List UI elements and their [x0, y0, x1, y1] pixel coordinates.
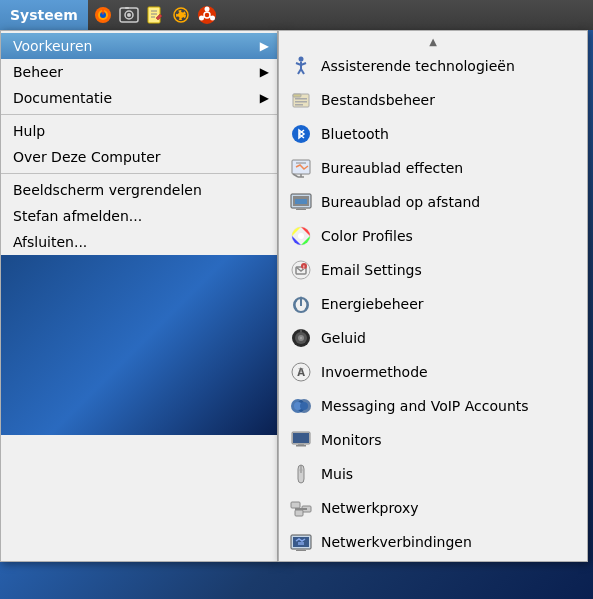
- submenu-item-bestandsbeheer[interactable]: Bestandsbeheer: [279, 83, 587, 117]
- submenu-item-energiebeheer[interactable]: Energiebeheer: [279, 287, 587, 321]
- screenshot-icon[interactable]: [118, 4, 140, 26]
- left-menu: Voorkeuren ▶ Beheer ▶ Documentatie ▶ Hul…: [0, 30, 278, 562]
- submenu-item-email-settings[interactable]: ! Email Settings: [279, 253, 587, 287]
- submenu-item-color-profiles[interactable]: Color Profiles: [279, 219, 587, 253]
- svg-rect-78: [298, 542, 304, 545]
- panel-icons: [88, 4, 218, 26]
- email-icon: !: [289, 258, 313, 282]
- svg-line-20: [210, 17, 211, 18]
- svg-point-55: [300, 337, 302, 339]
- submenu-item-bureaublad-afstand[interactable]: Bureaublad op afstand: [279, 185, 587, 219]
- desktop-effects-icon: [289, 156, 313, 180]
- svg-rect-6: [125, 7, 129, 9]
- svg-point-51: [300, 297, 303, 300]
- menu-separator-2: [1, 173, 277, 174]
- sound-icon: [289, 326, 313, 350]
- svg-line-27: [301, 69, 304, 74]
- submenu-item-bluetooth[interactable]: Bluetooth: [279, 117, 587, 151]
- submenu-item-bureaublad-effecten[interactable]: Bureaublad effecten: [279, 151, 587, 185]
- scroll-up-indicator[interactable]: ▲: [279, 33, 587, 49]
- menu-container: Voorkeuren ▶ Beheer ▶ Documentatie ▶ Hul…: [0, 30, 588, 562]
- notes-icon[interactable]: [144, 4, 166, 26]
- right-submenu: ▲ Assisterende technologieën: [278, 30, 588, 562]
- submenu-item-geluid[interactable]: Geluid: [279, 321, 587, 355]
- monitors-icon: [289, 428, 313, 452]
- svg-point-15: [204, 7, 209, 12]
- submenu-item-invoermethode[interactable]: A 文 Invoermethode: [279, 355, 587, 389]
- svg-point-33: [292, 125, 310, 143]
- svg-point-45: [298, 233, 304, 239]
- messaging-icon: [289, 394, 313, 418]
- power-icon: [289, 292, 313, 316]
- svg-point-63: [300, 402, 308, 410]
- svg-point-69: [300, 469, 303, 472]
- bluetooth-icon: [289, 122, 313, 146]
- arrow-icon: ▶: [260, 65, 269, 79]
- menu-item-over-deze-computer[interactable]: Over Deze Computer: [1, 144, 277, 170]
- menu-item-stefan-afmelden[interactable]: Stefan afmelden...: [1, 203, 277, 229]
- menu-item-documentatie[interactable]: Documentatie ▶: [1, 85, 277, 111]
- submenu-item-monitors[interactable]: Monitors: [279, 423, 587, 457]
- menu-desktop-bg: [1, 255, 277, 435]
- svg-point-22: [299, 57, 304, 62]
- files-icon: [289, 88, 313, 112]
- proxy-icon: [289, 496, 313, 520]
- svg-rect-42: [296, 209, 306, 210]
- submenu-item-netwerkproxy[interactable]: Netwerkproxy: [279, 491, 587, 525]
- svg-rect-77: [296, 550, 306, 551]
- svg-rect-30: [295, 98, 307, 100]
- menu-item-hulp[interactable]: Hulp: [1, 118, 277, 144]
- svg-rect-43: [295, 199, 307, 204]
- arrow-icon: ▶: [260, 91, 269, 105]
- top-panel: Systeem: [0, 0, 593, 30]
- menu-separator-1: [1, 114, 277, 115]
- svg-rect-65: [293, 433, 309, 443]
- submenu-item-muis[interactable]: Muis: [279, 457, 587, 491]
- svg-point-46: [292, 261, 310, 279]
- svg-rect-32: [295, 104, 303, 106]
- svg-rect-29: [293, 94, 301, 97]
- color-profiles-icon: [289, 224, 313, 248]
- submenu-item-netwerkverbindingen[interactable]: Netwerkverbindingen: [279, 525, 587, 559]
- submenu-item-messaging-voip[interactable]: Messaging and VoIP Accounts: [279, 389, 587, 423]
- menu-item-afsluiten[interactable]: Afsluiten...: [1, 229, 277, 255]
- submenu-item-assisterende-tech[interactable]: Assisterende technologieën: [279, 49, 587, 83]
- svg-text:文: 文: [298, 366, 304, 373]
- svg-rect-7: [148, 7, 160, 23]
- accessibility-icon: [289, 54, 313, 78]
- firefox-icon[interactable]: [92, 4, 114, 26]
- network-icon: [289, 530, 313, 554]
- input-method-icon: A 文: [289, 360, 313, 384]
- menu-item-voorkeuren[interactable]: Voorkeuren ▶: [1, 33, 277, 59]
- svg-line-21: [203, 17, 204, 18]
- svg-rect-70: [291, 502, 300, 508]
- settings-icon[interactable]: [170, 4, 192, 26]
- svg-point-5: [127, 13, 131, 17]
- arrow-icon: ▶: [260, 39, 269, 53]
- remote-desktop-icon: [289, 190, 313, 214]
- ubuntu-icon[interactable]: [196, 4, 218, 26]
- svg-text:!: !: [303, 264, 305, 270]
- menu-item-beeldscherm-vergrendelen[interactable]: Beeldscherm vergrendelen: [1, 177, 277, 203]
- systeem-menu-button[interactable]: Systeem: [0, 0, 88, 30]
- svg-rect-73: [295, 510, 303, 516]
- menu-item-beheer[interactable]: Beheer ▶: [1, 59, 277, 85]
- svg-rect-31: [295, 101, 307, 103]
- mouse-icon: [289, 462, 313, 486]
- svg-rect-67: [296, 445, 306, 447]
